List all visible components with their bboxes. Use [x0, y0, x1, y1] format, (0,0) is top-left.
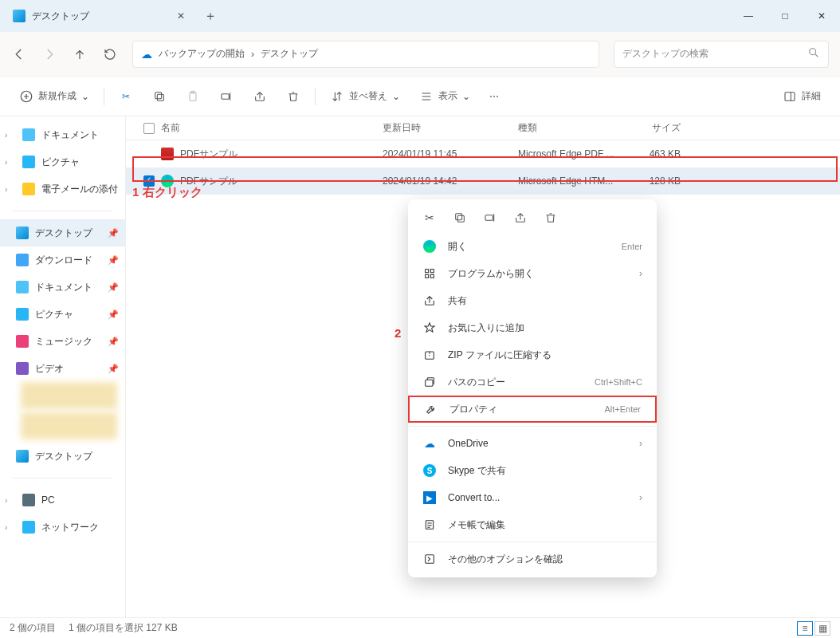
context-item-skype[interactable]: SSkype で共有 — [408, 457, 657, 484]
view-icon — [419, 89, 434, 104]
plus-circle-icon — [19, 89, 33, 104]
paste-button[interactable] — [178, 83, 208, 110]
chevron-right-icon: › — [5, 185, 7, 194]
cloud-icon: ☁ — [141, 48, 152, 61]
network-icon — [22, 521, 35, 534]
svg-point-0 — [810, 49, 816, 55]
new-button[interactable]: 新規作成 ⌄ — [11, 83, 97, 110]
pin-icon: 📌 — [108, 282, 119, 293]
delete-button[interactable] — [278, 83, 308, 110]
separator — [13, 478, 112, 478]
context-item-zip[interactable]: ZIP ファイルに圧縮する — [408, 341, 657, 368]
close-tab-icon[interactable]: ✕ — [177, 10, 188, 22]
notepad-icon — [422, 518, 437, 532]
separator — [13, 211, 112, 211]
context-item-convert[interactable]: ▶Convert to...› — [408, 484, 657, 511]
context-item-share[interactable]: 共有 — [408, 287, 657, 314]
search-placeholder: デスクトップの検索 — [622, 47, 709, 61]
trash-icon — [286, 89, 300, 104]
details-view-button[interactable]: ≡ — [797, 621, 813, 636]
sidebar-item-documents-q[interactable]: ドキュメント📌 — [0, 274, 125, 301]
sidebar-item-pictures[interactable]: ›ピクチャ — [0, 148, 125, 175]
context-item-star[interactable]: お気に入りに追加 — [408, 314, 657, 341]
context-item-copy[interactable]: パスのコピーCtrl+Shift+C — [408, 368, 657, 396]
sidebar-item-desktop2[interactable]: デスクトップ — [0, 443, 125, 470]
pictures-icon — [22, 156, 35, 168]
separator — [104, 88, 104, 105]
skype-icon: S — [422, 463, 437, 478]
select-all-checkbox[interactable] — [143, 123, 155, 134]
pin-icon: 📌 — [108, 364, 119, 374]
new-tab-button[interactable]: ＋ — [204, 8, 217, 25]
forward-button[interactable] — [41, 46, 57, 62]
breadcrumb[interactable]: ☁ バックアップの開始 › デスクトップ — [132, 41, 599, 68]
svg-rect-13 — [426, 274, 429, 278]
app-icon — [422, 266, 437, 281]
separator — [315, 88, 316, 105]
cut-button[interactable]: ✂ — [111, 83, 141, 110]
convert-icon: ▶ — [422, 490, 437, 505]
breadcrumb-separator: › — [251, 49, 254, 60]
share-icon[interactable] — [513, 211, 528, 225]
col-date[interactable]: 更新日時 — [376, 121, 512, 135]
trash-icon[interactable] — [544, 211, 558, 225]
context-item-wrench[interactable]: プロパティAlt+Enter — [408, 396, 657, 423]
window-tab[interactable]: デスクトップ ✕ — [5, 3, 196, 29]
chevron-right-icon: › — [5, 496, 7, 505]
column-header: 名前 更新日時 種類 サイズ — [126, 116, 840, 140]
copy-icon[interactable] — [453, 211, 467, 225]
scissors-icon[interactable]: ✂ — [422, 211, 437, 225]
maximize-button[interactable]: □ — [767, 0, 803, 32]
chevron-right-icon: › — [5, 158, 7, 167]
back-button[interactable] — [11, 46, 27, 62]
sidebar-item-email[interactable]: ›電子メールの添付 — [0, 175, 125, 203]
sidebar-item-documents[interactable]: ›ドキュメント — [0, 121, 125, 148]
sidebar-item-pictures-q[interactable]: ピクチャ📌 — [0, 301, 125, 328]
sort-icon — [330, 89, 344, 104]
sidebar-item-videos[interactable]: ビデオ📌 — [0, 355, 125, 382]
context-item-app[interactable]: プログラムから開く› — [408, 260, 657, 287]
sidebar-item-network[interactable]: ›ネットワーク — [0, 514, 125, 541]
svg-rect-6 — [222, 93, 229, 99]
svg-rect-16 — [426, 380, 433, 386]
copy-icon — [152, 89, 167, 104]
minimize-button[interactable]: ― — [730, 0, 767, 32]
search-input[interactable]: デスクトップの検索 — [614, 41, 829, 68]
sidebar-item-downloads[interactable]: ダウンロード📌 — [0, 246, 125, 274]
address-bar: ☁ バックアップの開始 › デスクトップ デスクトップの検索 — [0, 32, 840, 77]
col-size[interactable]: サイズ — [623, 121, 687, 135]
rename-icon[interactable] — [483, 211, 497, 225]
rename-button[interactable] — [211, 83, 241, 110]
icons-view-button[interactable]: ▦ — [814, 621, 830, 636]
view-button[interactable]: 表示 ⌄ — [411, 83, 478, 110]
svg-rect-12 — [430, 270, 434, 273]
sidebar-item-desktop[interactable]: デスクトップ📌 — [0, 219, 125, 246]
copy-button[interactable] — [144, 83, 175, 110]
copy-icon — [422, 375, 437, 389]
breadcrumb-current[interactable]: デスクトップ — [261, 47, 318, 61]
breadcrumb-backup[interactable]: バックアップの開始 — [159, 47, 245, 61]
more-button[interactable]: ⋯ — [481, 83, 507, 110]
up-button[interactable] — [72, 46, 88, 62]
close-button[interactable]: ✕ — [803, 0, 840, 32]
refresh-button[interactable] — [102, 46, 118, 62]
col-name[interactable]: 名前 — [137, 121, 376, 135]
star-icon — [422, 321, 437, 335]
sort-button[interactable]: 並べ替え ⌄ — [322, 83, 408, 110]
sidebar-item-pc[interactable]: ›PC — [0, 486, 125, 514]
context-item-more[interactable]: その他のオプションを確認 — [408, 545, 657, 573]
sidebar-item-music[interactable]: ミュージック📌 — [0, 328, 125, 355]
context-item-edge[interactable]: 開くEnter — [408, 233, 657, 260]
details-pane-button[interactable]: 詳細 — [775, 83, 829, 110]
share-button[interactable] — [245, 83, 275, 110]
context-item-notepad[interactable]: メモ帳で編集 — [408, 511, 657, 538]
svg-rect-11 — [426, 270, 429, 273]
context-item-onedrive[interactable]: ☁OneDrive› — [408, 430, 657, 457]
music-icon — [16, 335, 29, 348]
item-count: 2 個の項目 — [10, 621, 56, 635]
file-list: 名前 更新日時 種類 サイズ PDFサンプル 2024/01/19 11:45 … — [126, 116, 840, 617]
window-controls: ― □ ✕ — [730, 0, 840, 32]
body: ›ドキュメント ›ピクチャ ›電子メールの添付 デスクトップ📌 ダウンロード📌 … — [0, 116, 840, 617]
chevron-down-icon: ⌄ — [392, 91, 400, 102]
col-type[interactable]: 種類 — [512, 121, 623, 135]
